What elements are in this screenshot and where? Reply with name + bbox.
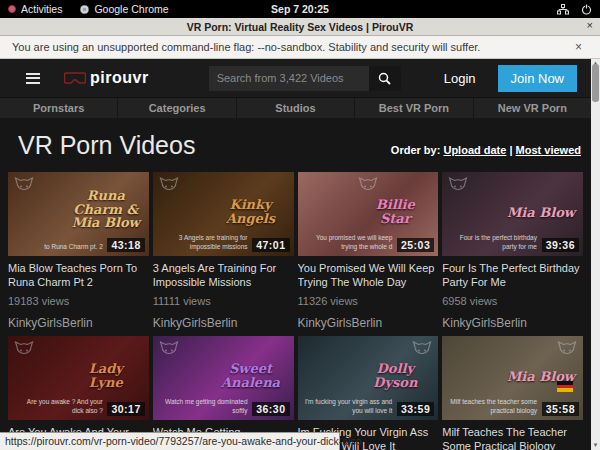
video-studio-link[interactable]: KinkyGirlsBerlin: [8, 316, 149, 330]
video-thumbnail[interactable]: Runa Charm & Mia Blow to Runa Charm pt. …: [8, 172, 149, 256]
studio-cat-watermark-icon: [14, 177, 34, 195]
search-input[interactable]: [209, 66, 369, 91]
video-thumbnail[interactable]: Mia Blow Four is the perfect birthday pa…: [442, 172, 583, 256]
power-icon[interactable]: [581, 4, 592, 15]
video-card: Mia Blow Milf teaches the teacher some p…: [442, 336, 583, 450]
thumbnail-model-name: Runa Charm & Mia Blow: [71, 189, 141, 230]
window-title: VR Porn: Virtual Reality Sex Videos | Pi…: [187, 21, 414, 33]
menu-icon[interactable]: [26, 73, 40, 84]
video-studio-link[interactable]: KinkyGirlsBerlin: [442, 316, 583, 330]
video-card: Runa Charm & Mia Blow to Runa Charm pt. …: [8, 172, 149, 330]
chrome-icon: [80, 5, 89, 14]
nav-item-categories[interactable]: Categories: [118, 98, 236, 118]
studio-cat-watermark-icon: [448, 177, 468, 195]
studio-cat-watermark-icon: [557, 341, 577, 359]
search-button[interactable]: [369, 66, 401, 91]
video-views: 11111 views: [153, 295, 294, 307]
thumbnail-caption: 3 Angels are training for impossible mis…: [159, 234, 248, 251]
video-studio-link[interactable]: KinkyGirlsBerlin: [153, 316, 294, 330]
studio-cat-watermark-icon: [14, 341, 34, 359]
login-button[interactable]: Login: [444, 71, 476, 86]
page-header: VR Porn Videos Order by: Upload date | M…: [0, 118, 591, 170]
video-studio-link[interactable]: KinkyGirlsBerlin: [298, 316, 439, 330]
order-by-label: Order by:: [391, 144, 441, 156]
thumbnail-model-name: Sweet Analena: [216, 362, 286, 389]
studio-cat-watermark-icon: [412, 341, 432, 359]
order-upload-date-link[interactable]: Upload date: [443, 144, 506, 156]
video-title-link[interactable]: Mia Blow Teaches Porn To Runa Charm Pt 2: [8, 261, 149, 289]
video-views: 19183 views: [8, 295, 149, 307]
order-separator: |: [509, 144, 512, 156]
duration-badge: 25:03: [397, 238, 434, 252]
nav-item-pornstars[interactable]: Pornstars: [0, 98, 118, 118]
order-most-viewed-link[interactable]: Most viewed: [516, 144, 581, 156]
search-icon: [378, 72, 391, 85]
video-thumbnail[interactable]: Mia Blow Milf teaches the teacher some p…: [442, 336, 583, 420]
scroll-down-icon[interactable]: ▼: [591, 441, 600, 450]
activities-indicator-icon: [8, 5, 16, 13]
thumbnail-model-name: Dolly Dyson: [360, 362, 430, 389]
nav-item-best-vr-porn[interactable]: Best VR Porn: [355, 98, 473, 118]
app-menu-label: Google Chrome: [94, 3, 168, 15]
window-close-icon[interactable]: ×: [587, 19, 593, 31]
infobar-close-icon[interactable]: ×: [575, 40, 582, 54]
network-icon[interactable]: [557, 4, 569, 15]
duration-badge: 30:17: [107, 402, 144, 416]
thumbnail-caption: Milf teaches the teacher some practical …: [448, 398, 537, 415]
duration-badge: 36:30: [252, 402, 289, 416]
site-logo[interactable]: pirouvr: [64, 69, 149, 87]
site-logo-text: pirouvr: [90, 69, 149, 87]
duration-badge: 43:18: [107, 238, 144, 252]
thumbnail-model-name: Mia Blow: [507, 206, 575, 220]
video-title-link[interactable]: You Promised We Will Keep Trying The Who…: [298, 261, 439, 289]
browser-scrollbar[interactable]: ▲ ▼: [591, 59, 600, 450]
video-thumbnail[interactable]: Sweet Analena Watch me getting dominated…: [153, 336, 294, 420]
studio-cat-watermark-icon: [159, 341, 179, 359]
thumbnail-caption: to Runa Charm pt. 2: [14, 243, 103, 251]
video-card: Billie Star You promised we will keep tr…: [298, 172, 439, 330]
thumbnail-caption: You promised we will keep trying the who…: [304, 234, 393, 251]
video-title-link[interactable]: Four Is The Perfect Birthday Party For M…: [442, 261, 583, 289]
search-bar: [209, 66, 401, 91]
join-now-button[interactable]: Join Now: [498, 65, 577, 92]
video-views: 6958 views: [442, 295, 583, 307]
order-by: Order by: Upload date | Most viewed: [391, 144, 581, 160]
thumbnail-model-name: Kinky Angels: [216, 198, 286, 225]
video-thumbnail[interactable]: Kinky Angels 3 Angels are training for i…: [153, 172, 294, 256]
page-title: VR Porn Videos: [18, 131, 195, 160]
duration-badge: 35:58: [542, 402, 579, 416]
vr-goggles-icon: [64, 72, 86, 85]
video-card: Kinky Angels 3 Angels are training for i…: [153, 172, 294, 330]
video-thumbnail[interactable]: Billie Star You promised we will keep tr…: [298, 172, 439, 256]
infobar-message: You are using an unsupported command-lin…: [12, 41, 480, 53]
studio-cat-watermark-icon: [358, 177, 378, 195]
video-title-link[interactable]: 3 Angels Are Training For Impossible Mis…: [153, 261, 294, 289]
duration-badge: 47:01: [252, 238, 289, 252]
german-flag-icon: [557, 381, 573, 392]
video-title-link[interactable]: Milf Teaches The Teacher Some Practical …: [442, 425, 583, 450]
status-url-bubble: https://pirouvr.com/vr-porn-video/779325…: [0, 432, 340, 450]
nav-item-studios[interactable]: Studios: [237, 98, 355, 118]
clock[interactable]: Sep 7 20:25: [271, 3, 329, 15]
site-header: pirouvr Login Join Now: [0, 59, 591, 97]
web-page: pirouvr Login Join Now Pornstars Categor…: [0, 59, 600, 450]
video-card: Mia Blow Four is the perfect birthday pa…: [442, 172, 583, 330]
thumbnail-caption: Watch me getting dominated softly: [159, 398, 248, 415]
studio-cat-watermark-icon: [159, 177, 179, 195]
nav-item-new-vr-porn[interactable]: New VR Porn: [474, 98, 591, 118]
activities-label: Activities: [21, 3, 62, 15]
thumbnail-caption: I'm fucking your virgin ass and you will…: [304, 398, 393, 415]
video-grid: Runa Charm & Mia Blow to Runa Charm pt. …: [8, 172, 583, 450]
window-title-bar[interactable]: VR Porn: Virtual Reality Sex Videos | Pi…: [0, 18, 600, 36]
thumbnail-model-name: Lady Lyne: [71, 362, 141, 389]
scrollbar-thumb[interactable]: [592, 64, 599, 102]
thumbnail-model-name: Billie Star: [360, 198, 430, 225]
duration-badge: 33:59: [397, 402, 434, 416]
app-menu-button[interactable]: Google Chrome: [62, 3, 168, 15]
duration-badge: 39:36: [542, 238, 579, 252]
video-thumbnail[interactable]: Lady Lyne Are you awake ? And your dick …: [8, 336, 149, 420]
video-views: 11326 views: [298, 295, 439, 307]
video-thumbnail[interactable]: Dolly Dyson I'm fucking your virgin ass …: [298, 336, 439, 420]
activities-button[interactable]: Activities: [8, 3, 62, 15]
desktop-top-bar: Activities Google Chrome Sep 7 20:25: [0, 0, 600, 18]
